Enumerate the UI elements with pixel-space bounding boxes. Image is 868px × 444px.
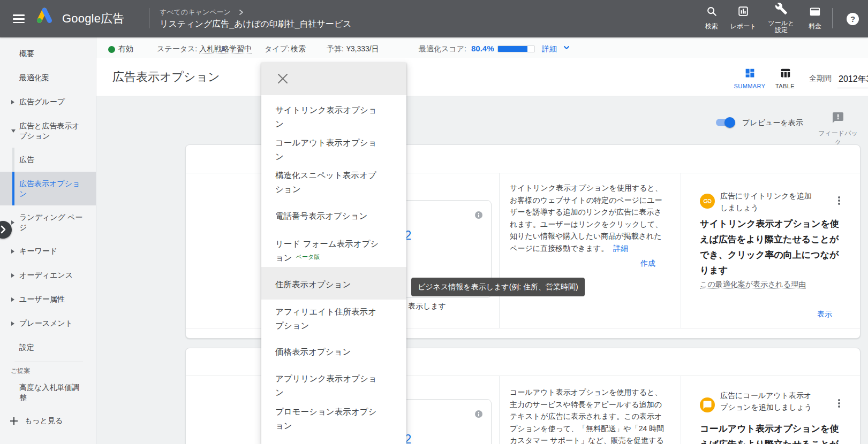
date-range-value[interactable]: 2012年3月 <box>839 60 868 98</box>
menu-item-promotion[interactable]: プロモーション表示オプシ ョン <box>261 405 406 433</box>
show-recommendation-link[interactable]: 表示 <box>817 310 832 319</box>
table-label: TABLE <box>769 83 801 89</box>
tools-glyph <box>775 2 788 15</box>
column-divider <box>681 173 681 328</box>
topbar-divider <box>149 8 149 28</box>
description-last-line: ページに直接移動できます。 <box>510 244 608 252</box>
sidebar-item-keywords[interactable]: キーワード <box>0 239 96 263</box>
menu-item-sitelink[interactable]: サイトリンク表示オプショ ン <box>261 103 406 131</box>
menu-item-label-line: リード フォーム表示オプシ <box>275 239 379 248</box>
preview-toggle-label: プレビューを表示 <box>742 118 803 128</box>
status-value-text: 入札戦略学習中 <box>199 44 252 53</box>
breadcrumb-all-campaigns[interactable]: すべてのキャンペーン <box>160 8 231 16</box>
sidebar-item-recommendations[interactable]: 最適化案 <box>0 66 96 90</box>
close-icon[interactable] <box>277 73 289 85</box>
text-lines: サイトリンク表示オプションを使用すると、 お客様のウェブサイトの特定のページにユ… <box>510 183 662 240</box>
sidebar-suggestion-list: 高度な入札単価調 整 もっと見る <box>0 376 96 433</box>
google-ads-logo-icon[interactable] <box>35 6 54 25</box>
billing-icon <box>809 5 821 17</box>
recommendation-badge <box>700 194 715 209</box>
extension-type-list: サイトリンク表示オプショ ン コールアウト表示オプショ ン 構造化スニペット表示… <box>261 103 406 433</box>
search-button[interactable]: 検索 <box>696 5 727 30</box>
report-button[interactable]: レポート <box>728 5 759 30</box>
sidebar-item-landing-pages[interactable]: ランディング ペー ジ <box>0 205 96 239</box>
menu-item-label-line: ョン <box>275 253 292 262</box>
sidebar-item-advanced-bid-adj[interactable]: 高度な入札単価調 整 <box>0 377 96 409</box>
chevron-right-icon <box>1 225 6 234</box>
info-icon[interactable] <box>475 410 482 418</box>
sidebar-item-placements[interactable]: プレースメント <box>0 311 96 335</box>
feedback-button[interactable]: フィードバック <box>816 111 861 147</box>
details-link[interactable]: 詳細 <box>542 39 557 59</box>
chat-icon <box>703 400 712 410</box>
expand-right-icon <box>11 220 14 225</box>
reason-link-text[interactable]: この最適化案が表示される理由 <box>700 280 806 289</box>
report-label: レポート <box>728 23 759 30</box>
recommendation-label: 広告にサイトリンクを追加 しましょう <box>720 190 812 213</box>
enabled-status-icon <box>108 46 115 53</box>
sidebar-item-ad-extensions[interactable]: 広告表示オプショ ン <box>0 172 96 205</box>
billing-label: 料金 <box>799 23 831 30</box>
tab-table[interactable]: TABLE <box>769 67 801 89</box>
budget-label: 予算: <box>327 39 344 59</box>
sidebar-item-ad-groups[interactable]: 広告グループ <box>0 90 96 114</box>
expand-right-icon <box>11 100 14 104</box>
tab-summary[interactable]: SUMMARY <box>734 67 766 89</box>
recommendation-label: 広告にコールアウト表示オ プションを追加しましょう <box>720 389 812 413</box>
menu-item-callout[interactable]: コールアウト表示オプショ ン <box>261 136 406 164</box>
search-label: 検索 <box>696 23 727 30</box>
menu-item-price[interactable]: 価格表示オプション <box>261 345 406 359</box>
enabled-status: 有効 <box>118 39 133 59</box>
text-lines: 価格表示オプション <box>275 345 351 359</box>
score-fill <box>498 46 527 52</box>
sidebar: 概要 最適化案 広告グループ 広告と広告表示オ プション 広告 広告表示オプショ… <box>0 37 96 444</box>
menu-item-call[interactable]: 電話番号表示オプション <box>261 209 406 223</box>
table-icon <box>780 67 791 79</box>
menu-item-location[interactable]: 住所表示オプション <box>261 267 406 300</box>
sidebar-item-ads-extensions[interactable]: 広告と広告表示オ プション <box>0 114 96 148</box>
status-value[interactable]: 入札戦略学習中 <box>199 39 252 59</box>
text-lines: 電話番号表示オプション <box>275 209 367 223</box>
page-header: 広告表示オプション SUMMARY TABLE 全期間 2012年3月 <box>96 58 868 96</box>
link-icon <box>703 196 712 206</box>
recommendation-reason: この最適化案が表示される理由 <box>700 280 806 289</box>
sidebar-item-label: オーディエンス <box>19 270 73 280</box>
menu-item-affiliate-location[interactable]: アフィリエイト住所表示オ プション <box>261 305 406 333</box>
breadcrumb: すべてのキャンペーン リスティング広告_あけぼの印刷社_自社サービス <box>160 7 352 30</box>
sidebar-item-settings[interactable]: 設定 <box>0 335 96 359</box>
help-icon[interactable]: ? <box>847 13 859 25</box>
preview-toggle-thumb[interactable] <box>724 117 735 128</box>
type-value: 検索 <box>291 39 306 59</box>
sidebar-item-label: プレースメント <box>19 318 73 328</box>
billing-glyph <box>809 5 821 17</box>
create-extension-menu: サイトリンク表示オプショ ン コールアウト表示オプショ ン 構造化スニペット表示… <box>261 63 406 444</box>
tools-settings-button[interactable]: ツールと 設定 <box>766 2 797 34</box>
expand-right-icon <box>11 249 14 254</box>
sidebar-item-audiences[interactable]: オーディエンス <box>0 263 96 287</box>
hamburger-bar <box>13 18 25 20</box>
billing-button[interactable]: 料金 <box>799 5 831 30</box>
breadcrumb-chevron-icon <box>239 10 244 15</box>
extension-description: サイトリンク表示オプションを使用すると、 お客様のウェブサイトの特定のページにユ… <box>510 182 670 254</box>
brand-title: Google広告 <box>62 11 125 27</box>
sidebar-item-ads[interactable]: 広告 <box>0 148 96 172</box>
feedback-icon <box>832 111 844 124</box>
more-options-icon[interactable] <box>834 195 844 206</box>
menu-item-lead-form[interactable]: リード フォーム表示オプションベータ版 <box>261 237 406 265</box>
sidebar-item-more[interactable]: もっと見る <box>0 409 96 433</box>
sidebar-item-overview[interactable]: 概要 <box>0 42 96 66</box>
stat-caption-fragment: 表示します <box>408 302 446 311</box>
chevron-down-icon[interactable] <box>563 44 570 51</box>
create-link[interactable]: 作成 <box>640 259 655 269</box>
info-icon[interactable] <box>475 211 482 219</box>
menu-item-structured-snippet[interactable]: 構造化スニペット表示オプ ション <box>261 169 406 196</box>
sidebar-item-demographics[interactable]: ユーザー属性 <box>0 287 96 311</box>
breadcrumb-campaign-name[interactable]: リスティング広告_あけぼの印刷社_自社サービス <box>160 19 352 30</box>
menu-item-app[interactable]: アプリリンク表示オプショ ン <box>261 372 406 400</box>
sidebar-item-label: キーワード <box>19 246 57 256</box>
extension-description: コールアウト表示オプションを使用すると、 主力のサービスや特長をアピールする追加… <box>510 386 670 444</box>
tools-settings-label: ツールと 設定 <box>766 20 797 34</box>
more-options-icon[interactable] <box>834 398 844 409</box>
main-menu-icon[interactable] <box>13 14 25 22</box>
learn-more-link[interactable]: 詳細 <box>613 244 628 252</box>
